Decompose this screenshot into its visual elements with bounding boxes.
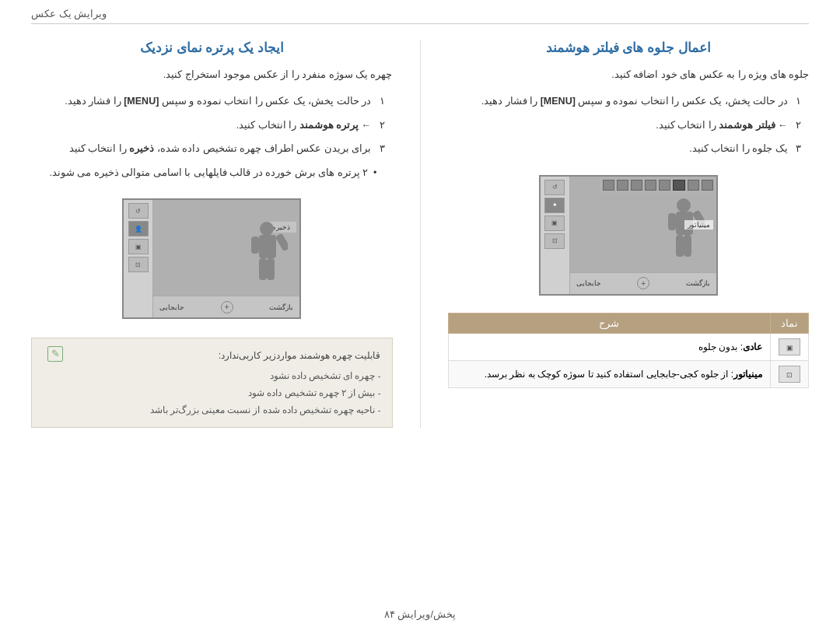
- cam-icon-filter: ✦: [544, 198, 565, 213]
- cam-filter-icon-1: [702, 180, 713, 191]
- cam-bottom-bar-right: بازگشت جابجایی: [153, 296, 299, 317]
- cam-icon-crop: ⊡: [544, 233, 565, 249]
- top-header: ویرایش یک عکس: [31, 0, 809, 24]
- table-row: ▣ عادی: بدون جلوه: [448, 333, 809, 360]
- table-cell-icon-normal: ▣: [771, 333, 809, 360]
- cam-filter-icon-7: [617, 180, 628, 191]
- figure-silhouette-left: [662, 198, 705, 272]
- svg-rect-3: [676, 235, 684, 257]
- header-title: ویرایش یک عکس: [31, 8, 107, 19]
- right-step-1: ۱ در حالت پخش، یک عکس را انتخاب نموده و …: [31, 93, 393, 110]
- cam-bottom-icon-right: [221, 301, 233, 313]
- cam-main-area-right: ذخیره: [153, 200, 299, 296]
- column-divider: [420, 40, 421, 428]
- cam-toolbar-left: ↺ ✦ ▣ ⊡: [541, 177, 570, 294]
- right-step-3: ۳ برای بریدن عکس اطراف چهره تشخیص داده ش…: [31, 140, 393, 158]
- left-column: اعمال جلوه های فیلتر هوشمند جلوه های ویژ…: [448, 40, 810, 428]
- right-bullet: • ۲ پرتره های برش خورده در قالب فایلهایی…: [31, 164, 393, 182]
- cam-back-text-right: بازگشت: [269, 303, 293, 311]
- svg-rect-8: [251, 236, 259, 254]
- icon-table: نماد شرح ▣ عادی: بدون جلوه: [448, 313, 810, 388]
- svg-rect-2: [668, 213, 676, 230]
- cam-icon-crop-r: ⊡: [128, 257, 149, 272]
- info-box: قابلیت چهره هوشمند مواردزیر کاربی‌ندارد:…: [31, 338, 393, 428]
- table-row: ⊡ مینیاتور: از جلوه کجی-جابجایی استفاده …: [448, 360, 809, 387]
- svg-point-6: [260, 222, 274, 236]
- cam-icon-adjust-r: ▣: [128, 239, 149, 254]
- table-cell-desc-normal: عادی: بدون جلوه: [448, 333, 771, 360]
- cam-icon-rotate-r: ↺: [128, 203, 149, 219]
- info-icon: ✎: [47, 346, 63, 362]
- camera-screen-left: ↺ ✦ ▣ ⊡: [539, 175, 718, 296]
- svg-rect-4: [684, 235, 691, 257]
- table-cell-desc-mini: مینیاتور: از جلوه کجی-جابجایی استفاده کن…: [448, 360, 771, 387]
- cam-filter-icon-8: [603, 180, 614, 191]
- svg-rect-10: [267, 258, 275, 280]
- info-box-header: قابلیت چهره هوشمند مواردزیر کاربی‌ندارد:: [63, 346, 381, 365]
- main-content: اعمال جلوه های فیلتر هوشمند جلوه های ویژ…: [31, 40, 809, 428]
- page-number: پخش/ویرایش ۸۴: [384, 608, 456, 620]
- cam-filter-icon-5: [645, 180, 656, 191]
- mini-icon: ⊡: [779, 366, 800, 383]
- left-section-intro: جلوه های ویژه را به عکس های خود اضافه کن…: [448, 67, 810, 83]
- info-list-item: بیش از ۲ چهره تشخیص داده شود: [63, 385, 381, 402]
- cam-icon-rotate: ↺: [544, 180, 565, 195]
- svg-point-0: [677, 198, 691, 212]
- cam-filter-icon-4: [659, 180, 670, 191]
- table-cell-icon-mini: ⊡: [771, 360, 809, 387]
- svg-rect-7: [259, 235, 276, 258]
- cam-filter-icon-2: [688, 180, 699, 191]
- left-step-1: ۱ در حالت پخش، یک عکس را انتخاب نموده و …: [448, 93, 810, 110]
- cam-back-text-left: بازگشت: [686, 279, 710, 287]
- table-header-icon: نماد: [771, 313, 809, 333]
- figure-silhouette-right: [245, 222, 288, 296]
- normal-icon: ▣: [779, 338, 800, 356]
- cam-filter-icon-6: [631, 180, 642, 191]
- svg-rect-9: [259, 258, 267, 280]
- svg-rect-11: [275, 233, 288, 252]
- camera-screen-right: ↺ 👤 ▣ ⊡ ذخیره: [122, 198, 301, 319]
- cam-bottom-bar-left: بازگشت جابجایی: [570, 272, 716, 294]
- cam-move-text-right: جابجایی: [159, 303, 184, 311]
- right-section-title: ایجاد یک پرتره نمای نزدیک: [31, 40, 393, 56]
- cam-top-icons-left: [600, 177, 716, 194]
- cam-toolbar-right: ↺ 👤 ▣ ⊡: [124, 200, 153, 317]
- cam-icon-portrait: 👤: [128, 221, 149, 236]
- cam-main-area-left: مینیاتور: [570, 177, 716, 272]
- right-column: ایجاد یک پرتره نمای نزدیک چهره یک سوژه م…: [31, 40, 393, 428]
- cam-icon-adjust: ▣: [544, 215, 565, 231]
- info-box-list: چهره ای تشخیص داده نشود بیش از ۲ چهره تش…: [63, 368, 381, 419]
- cam-bottom-icon-left: [637, 277, 649, 289]
- left-step-3: ۳ یک جلوه را انتخاب کنید.: [448, 140, 810, 158]
- cam-label-miniature: مینیاتور: [684, 220, 713, 229]
- left-section-title: اعمال جلوه های فیلتر هوشمند: [448, 40, 810, 56]
- left-step-2: ۲ ← فیلتر هوشمند را انتخاب کنید.: [448, 117, 810, 135]
- page-footer: پخش/ویرایش ۸۴: [0, 608, 840, 620]
- right-section-intro: چهره یک سوژه منفرد را از عکس موجود استخر…: [31, 67, 393, 83]
- info-list-item: چهره ای تشخیص داده نشود: [63, 368, 381, 385]
- cam-move-text-left: جابجایی: [576, 279, 601, 287]
- page-container: ویرایش یک عکس اعمال جلوه های فیلتر هوشمن…: [0, 0, 840, 634]
- info-list-item: ناحیه چهره تشخیص داده شده از نسبت معینی …: [63, 402, 381, 419]
- right-step-2: ۲ ← پرتره هوشمند را انتخاب کنید.: [31, 117, 393, 135]
- cam-filter-icon-3: [673, 180, 684, 191]
- table-header-desc: شرح: [448, 313, 771, 333]
